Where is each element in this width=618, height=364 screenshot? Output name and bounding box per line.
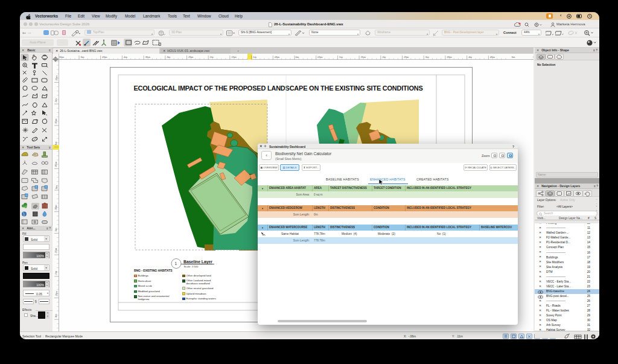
svg-text:.05m: .05m [274,56,280,59]
svg-text:.45m: .45m [489,56,495,59]
svg-text:.1m: .1m [339,56,343,59]
svg-text:.15m: .15m [231,56,237,59]
svg-text:.3m: .3m [425,56,429,59]
svg-text:.05m: .05m [55,205,58,211]
svg-text:0m: 0m [55,185,58,189]
svg-text:.05m: .05m [55,161,58,167]
svg-text:.4m: .4m [123,56,127,59]
svg-text:.4m: .4m [468,56,472,59]
svg-text:.2m: .2m [55,270,58,275]
svg-text:Scale: 1:500: Scale: 1:500 [184,265,199,268]
svg-text:.15m: .15m [55,247,58,254]
svg-text:.3m: .3m [166,56,170,59]
svg-text:.5m: .5m [80,56,84,59]
svg-text:.25m: .25m [55,75,58,81]
svg-text:.25m: .25m [403,56,409,59]
svg-text:.35m: .35m [145,56,151,59]
svg-text:.2m: .2m [209,56,214,59]
svg-text:.1m: .1m [55,228,58,232]
svg-text:.25m: .25m [188,56,194,59]
svg-text:.15m: .15m [360,56,366,59]
svg-text:.1m: .1m [55,141,58,145]
svg-text:.2m: .2m [381,56,386,59]
svg-text:1: 1 [175,261,177,266]
svg-text:.1m: .1m [252,56,256,59]
svg-text:Baseline Layer: Baseline Layer [183,260,212,264]
svg-text:.45m: .45m [101,56,107,59]
svg-text:.55m: .55m [532,56,534,59]
svg-text:.3m: .3m [55,314,58,318]
svg-text:.55m: .55m [59,56,65,59]
svg-text:.25m: .25m [55,291,58,297]
svg-text:0m: 0m [296,56,299,59]
svg-text:.5m: .5m [511,56,515,59]
svg-text:.15m: .15m [55,118,58,124]
svg-text:.05m: .05m [317,56,323,59]
svg-text:.2m: .2m [55,98,58,103]
svg-text:.35m: .35m [446,56,452,59]
